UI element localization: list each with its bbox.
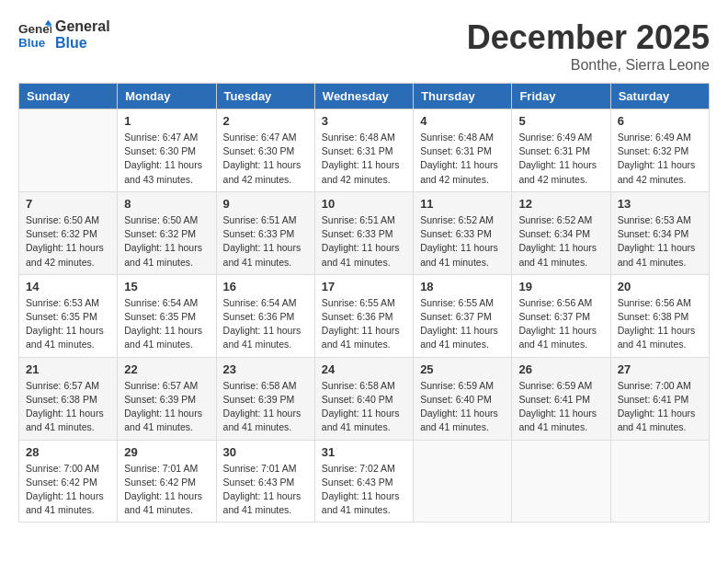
title-block: December 2025 Bonthe, Sierra Leone	[467, 18, 710, 74]
logo-general: General	[55, 18, 110, 35]
day-number: 12	[518, 197, 603, 211]
day-info: Sunrise: 7:00 AM Sunset: 6:41 PM Dayligh…	[618, 379, 702, 435]
calendar-cell: 13Sunrise: 6:53 AM Sunset: 6:34 PM Dayli…	[610, 191, 709, 274]
day-info: Sunrise: 6:59 AM Sunset: 6:40 PM Dayligh…	[420, 379, 505, 435]
calendar-cell: 17Sunrise: 6:55 AM Sunset: 6:36 PM Dayli…	[314, 274, 413, 357]
calendar-cell: 5Sunrise: 6:49 AM Sunset: 6:31 PM Daylig…	[512, 109, 610, 192]
calendar-week-4: 21Sunrise: 6:57 AM Sunset: 6:38 PM Dayli…	[19, 357, 710, 440]
calendar-cell: 3Sunrise: 6:48 AM Sunset: 6:31 PM Daylig…	[314, 109, 413, 192]
calendar-cell: 22Sunrise: 6:57 AM Sunset: 6:39 PM Dayli…	[118, 357, 216, 440]
calendar-cell: 27Sunrise: 7:00 AM Sunset: 6:41 PM Dayli…	[610, 357, 709, 440]
day-number: 24	[322, 362, 406, 376]
day-number: 5	[518, 114, 603, 128]
calendar-cell: 16Sunrise: 6:54 AM Sunset: 6:36 PM Dayli…	[216, 274, 314, 357]
header-thursday: Thursday	[414, 84, 512, 109]
day-info: Sunrise: 6:50 AM Sunset: 6:32 PM Dayligh…	[26, 213, 110, 270]
day-info: Sunrise: 6:53 AM Sunset: 6:35 PM Dayligh…	[26, 296, 110, 352]
calendar-cell: 4Sunrise: 6:48 AM Sunset: 6:31 PM Daylig…	[414, 109, 512, 192]
calendar-week-3: 14Sunrise: 6:53 AM Sunset: 6:35 PM Dayli…	[19, 274, 710, 357]
day-number: 22	[124, 362, 209, 376]
calendar-cell: 15Sunrise: 6:54 AM Sunset: 6:35 PM Dayli…	[118, 274, 216, 357]
day-info: Sunrise: 7:01 AM Sunset: 6:42 PM Dayligh…	[124, 462, 209, 518]
calendar-cell: 26Sunrise: 6:59 AM Sunset: 6:41 PM Dayli…	[512, 357, 610, 440]
day-info: Sunrise: 7:00 AM Sunset: 6:42 PM Dayligh…	[26, 462, 110, 518]
day-number: 3	[322, 114, 406, 128]
day-info: Sunrise: 6:49 AM Sunset: 6:31 PM Dayligh…	[518, 131, 603, 187]
calendar-cell	[512, 440, 610, 523]
day-info: Sunrise: 6:57 AM Sunset: 6:39 PM Dayligh…	[124, 379, 209, 435]
day-number: 17	[322, 280, 406, 293]
day-info: Sunrise: 7:01 AM Sunset: 6:43 PM Dayligh…	[223, 462, 308, 518]
header-sunday: Sunday	[19, 84, 118, 109]
day-info: Sunrise: 6:52 AM Sunset: 6:33 PM Dayligh…	[420, 213, 505, 270]
logo-icon: General Blue	[18, 18, 51, 52]
day-info: Sunrise: 6:51 AM Sunset: 6:33 PM Dayligh…	[322, 213, 406, 270]
day-number: 16	[223, 280, 308, 293]
day-info: Sunrise: 6:47 AM Sunset: 6:30 PM Dayligh…	[124, 131, 209, 187]
calendar-cell: 9Sunrise: 6:51 AM Sunset: 6:33 PM Daylig…	[216, 191, 314, 274]
day-info: Sunrise: 6:47 AM Sunset: 6:30 PM Dayligh…	[223, 131, 308, 187]
calendar-cell: 19Sunrise: 6:56 AM Sunset: 6:37 PM Dayli…	[512, 274, 610, 357]
day-number: 31	[322, 445, 406, 459]
calendar-week-5: 28Sunrise: 7:00 AM Sunset: 6:42 PM Dayli…	[19, 440, 710, 523]
calendar-cell: 10Sunrise: 6:51 AM Sunset: 6:33 PM Dayli…	[314, 191, 413, 274]
calendar-cell: 1Sunrise: 6:47 AM Sunset: 6:30 PM Daylig…	[118, 109, 216, 192]
location: Bonthe, Sierra Leone	[467, 57, 710, 74]
calendar-cell: 2Sunrise: 6:47 AM Sunset: 6:30 PM Daylig…	[216, 109, 314, 192]
calendar-cell: 20Sunrise: 6:56 AM Sunset: 6:38 PM Dayli…	[610, 274, 709, 357]
day-number: 26	[518, 362, 603, 376]
day-number: 11	[420, 197, 505, 211]
calendar-header-row: SundayMondayTuesdayWednesdayThursdayFrid…	[19, 84, 710, 109]
logo: General Blue General Blue	[18, 18, 110, 52]
header-saturday: Saturday	[610, 84, 709, 109]
day-number: 23	[223, 362, 308, 376]
day-info: Sunrise: 7:02 AM Sunset: 6:43 PM Dayligh…	[322, 462, 406, 518]
day-number: 29	[124, 445, 209, 459]
day-number: 7	[26, 197, 110, 211]
calendar-cell: 6Sunrise: 6:49 AM Sunset: 6:32 PM Daylig…	[610, 109, 709, 192]
day-number: 2	[223, 114, 308, 128]
day-info: Sunrise: 6:48 AM Sunset: 6:31 PM Dayligh…	[322, 131, 406, 187]
day-number: 14	[26, 280, 110, 293]
day-info: Sunrise: 6:56 AM Sunset: 6:37 PM Dayligh…	[518, 296, 603, 352]
day-number: 9	[223, 197, 308, 211]
header-friday: Friday	[512, 84, 610, 109]
calendar-cell: 14Sunrise: 6:53 AM Sunset: 6:35 PM Dayli…	[19, 274, 118, 357]
calendar-week-2: 7Sunrise: 6:50 AM Sunset: 6:32 PM Daylig…	[19, 191, 710, 274]
day-info: Sunrise: 6:48 AM Sunset: 6:31 PM Dayligh…	[420, 131, 505, 187]
calendar-cell: 30Sunrise: 7:01 AM Sunset: 6:43 PM Dayli…	[216, 440, 314, 523]
day-info: Sunrise: 6:54 AM Sunset: 6:36 PM Dayligh…	[223, 296, 308, 352]
calendar-cell: 25Sunrise: 6:59 AM Sunset: 6:40 PM Dayli…	[414, 357, 512, 440]
calendar-cell: 18Sunrise: 6:55 AM Sunset: 6:37 PM Dayli…	[414, 274, 512, 357]
day-number: 13	[618, 197, 702, 211]
day-info: Sunrise: 6:58 AM Sunset: 6:40 PM Dayligh…	[322, 379, 406, 435]
calendar-cell	[610, 440, 709, 523]
page-header: General Blue General Blue December 2025 …	[18, 18, 710, 74]
calendar-cell	[414, 440, 512, 523]
day-number: 30	[223, 445, 308, 459]
svg-text:Blue: Blue	[18, 36, 46, 50]
calendar-cell: 23Sunrise: 6:58 AM Sunset: 6:39 PM Dayli…	[216, 357, 314, 440]
day-number: 27	[618, 362, 702, 376]
header-tuesday: Tuesday	[216, 84, 314, 109]
day-info: Sunrise: 6:49 AM Sunset: 6:32 PM Dayligh…	[618, 131, 702, 187]
day-info: Sunrise: 6:54 AM Sunset: 6:35 PM Dayligh…	[124, 296, 209, 352]
day-number: 8	[124, 197, 209, 211]
day-info: Sunrise: 6:56 AM Sunset: 6:38 PM Dayligh…	[618, 296, 702, 352]
day-info: Sunrise: 6:59 AM Sunset: 6:41 PM Dayligh…	[518, 379, 603, 435]
day-number: 10	[322, 197, 406, 211]
day-number: 6	[618, 114, 702, 128]
day-number: 21	[26, 362, 110, 376]
day-number: 18	[420, 280, 505, 293]
day-info: Sunrise: 6:55 AM Sunset: 6:37 PM Dayligh…	[420, 296, 505, 352]
calendar-cell: 8Sunrise: 6:50 AM Sunset: 6:32 PM Daylig…	[118, 191, 216, 274]
day-info: Sunrise: 6:50 AM Sunset: 6:32 PM Dayligh…	[124, 213, 209, 270]
logo-blue: Blue	[55, 35, 110, 52]
header-monday: Monday	[118, 84, 216, 109]
day-number: 25	[420, 362, 505, 376]
calendar-cell: 28Sunrise: 7:00 AM Sunset: 6:42 PM Dayli…	[19, 440, 118, 523]
day-info: Sunrise: 6:58 AM Sunset: 6:39 PM Dayligh…	[223, 379, 308, 435]
calendar-cell: 29Sunrise: 7:01 AM Sunset: 6:42 PM Dayli…	[118, 440, 216, 523]
calendar-table: SundayMondayTuesdayWednesdayThursdayFrid…	[18, 83, 710, 523]
calendar-cell: 21Sunrise: 6:57 AM Sunset: 6:38 PM Dayli…	[19, 357, 118, 440]
